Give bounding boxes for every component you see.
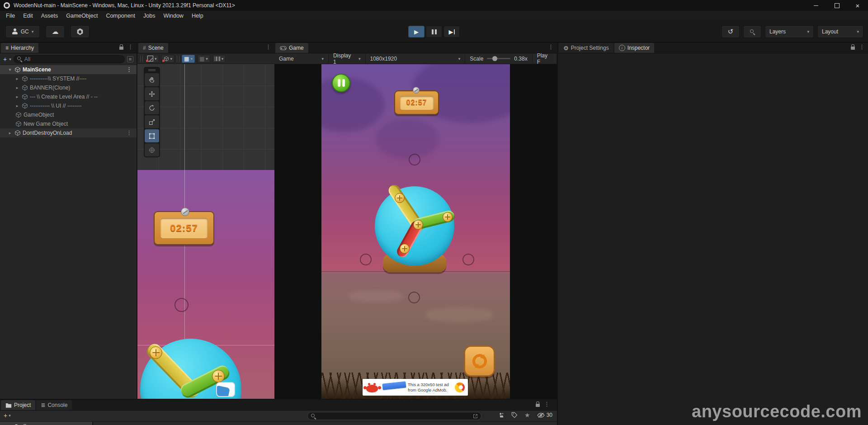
gold-screw[interactable] <box>395 193 405 203</box>
expander-icon[interactable]: ▸ <box>7 131 13 135</box>
expander-icon[interactable]: ▸ <box>14 76 20 81</box>
asset-bundle-icon[interactable] <box>498 412 505 418</box>
crab-icon <box>366 385 378 392</box>
lock-icon[interactable] <box>536 404 540 407</box>
menu-jobs[interactable]: Jobs <box>139 13 159 19</box>
expander-icon[interactable]: ▸ <box>14 85 20 90</box>
menu-assets[interactable]: Assets <box>37 13 62 19</box>
grid-snapping-button[interactable]: ▦ ▾ <box>197 55 210 63</box>
panel-menu-icon[interactable]: ⋮ <box>548 44 554 50</box>
row-menu-icon[interactable]: ⋮ <box>126 66 132 72</box>
tab-inspector[interactable]: i Inspector <box>614 43 654 53</box>
menu-edit[interactable]: Edit <box>19 13 37 19</box>
admob-test-banner[interactable]: This a 320x50 test ad from Google AdMob. <box>363 379 468 396</box>
rotate-icon <box>148 104 156 112</box>
display-dropdown[interactable]: Display 1 ▾ <box>329 53 366 64</box>
tab-console[interactable]: ≣ Console <box>36 400 72 410</box>
layout-dropdown[interactable]: Layout ▾ <box>817 25 863 38</box>
grid-visibility-button[interactable]: ▦ ▾ <box>182 55 195 63</box>
gold-screw[interactable] <box>443 212 453 222</box>
hierarchy-row-create-level-area[interactable]: ▸ --- \\ Create Level Area // - -- <box>0 92 137 101</box>
scale-slider[interactable] <box>487 58 510 59</box>
hierarchy-row-mainscene[interactable]: ▾ MainScene ⋮ <box>0 65 137 74</box>
expander-icon[interactable]: ▸ <box>14 94 20 99</box>
scale-slider-knob[interactable] <box>492 56 497 61</box>
tab-project[interactable]: Project <box>1 400 35 410</box>
unity-hub-button[interactable] <box>71 25 90 38</box>
play-focused-dropdown[interactable]: Play F <box>533 53 557 64</box>
cloud-button[interactable]: ☁ <box>46 25 65 38</box>
project-search-input[interactable] <box>307 412 481 420</box>
search-picker-icon[interactable] <box>127 56 133 62</box>
row-menu-icon[interactable]: ⋮ <box>126 130 132 136</box>
hierarchy-row-gameobject[interactable]: GameObject <box>0 110 137 119</box>
close-button[interactable]: × <box>847 0 868 11</box>
hierarchy-row-system[interactable]: ▸ ----------\\ SYSTEM //---- <box>0 74 137 83</box>
hierarchy-row-dontdestroyonload[interactable]: ▸ DontDestroyOnLoad ⋮ <box>0 128 137 137</box>
play-button[interactable]: ▶ <box>408 26 425 38</box>
move-tool-button[interactable] <box>145 87 159 100</box>
scene-viewport[interactable]: 02:57 <box>137 64 274 399</box>
view-tool-button[interactable] <box>145 73 159 86</box>
transform-tool-button[interactable] <box>145 143 159 156</box>
hierarchy-row-banner[interactable]: ▸ BANNER(Clone) <box>0 83 137 92</box>
scale-tool-button[interactable] <box>145 115 159 128</box>
panel-menu-icon[interactable]: ⋮ <box>544 401 550 407</box>
scene-toolbar: ▾ ▾ ▦ ▾ ▦ ▾ ▾ <box>137 53 274 64</box>
favorites-star-icon[interactable]: ★ <box>524 411 530 419</box>
hierarchy-row-new-game-object[interactable]: New Game Object <box>0 119 137 128</box>
expander-icon[interactable]: ▸ <box>14 104 20 108</box>
account-button[interactable]: GC ▾ <box>5 25 40 38</box>
menu-window[interactable]: Window <box>159 13 187 19</box>
game-mode-dropdown[interactable]: Game ▾ <box>274 53 329 64</box>
step-button[interactable]: ▶ <box>443 26 460 38</box>
shading-mode-button[interactable]: ▾ <box>161 55 175 63</box>
game-shuffle-button[interactable] <box>464 345 495 377</box>
layers-dropdown[interactable]: Layers ▾ <box>765 25 814 38</box>
game-toolbar: Game ▾ Display 1 ▾ 1080x1920 ▾ Scale 0.3… <box>274 53 557 64</box>
create-object-dropdown-icon[interactable]: ▾ <box>9 57 11 61</box>
menu-help[interactable]: Help <box>188 13 208 19</box>
gold-screw[interactable] <box>150 346 162 359</box>
resolution-dropdown[interactable]: 1080x1920 ▾ <box>366 53 466 64</box>
gold-screw[interactable] <box>413 220 423 230</box>
hierarchy-row-ui[interactable]: ▸ ----------- \\ UI // -------- <box>0 101 137 110</box>
tool-settings-button[interactable]: ▾ <box>212 55 226 63</box>
maximize-button[interactable] <box>826 0 847 11</box>
open-in-new-icon[interactable] <box>473 414 478 419</box>
search-icon <box>311 414 316 419</box>
game-render[interactable]: 02:57 <box>321 64 510 399</box>
sky-silhouette <box>321 78 385 132</box>
expander-icon[interactable]: ▾ <box>7 67 13 72</box>
rotate-tool-button[interactable] <box>145 101 159 114</box>
undo-history-button[interactable]: ↺ <box>722 25 740 38</box>
gold-screw[interactable] <box>212 370 225 382</box>
menu-file[interactable]: File <box>2 13 19 19</box>
grid-snap-icon: ▦ <box>199 56 204 62</box>
tab-hierarchy[interactable]: ≡ Hierarchy <box>1 43 38 53</box>
panel-menu-icon[interactable]: ⋮ <box>859 44 865 50</box>
hidden-items-counter[interactable]: 30 <box>537 412 552 418</box>
game-pause-button[interactable] <box>332 74 350 92</box>
minimize-button[interactable] <box>806 0 826 11</box>
tab-project-settings[interactable]: ⚙ Project Settings <box>559 43 613 53</box>
search-button[interactable] <box>743 25 761 38</box>
rect-tool-button[interactable] <box>145 129 159 142</box>
tab-game[interactable]: Game <box>275 43 308 53</box>
create-asset-button[interactable]: + ▾ <box>4 412 11 419</box>
panel-menu-icon[interactable]: ⋮ <box>265 44 271 50</box>
create-object-button[interactable]: + <box>3 56 7 63</box>
lock-icon[interactable] <box>119 47 123 50</box>
gold-screw[interactable] <box>400 244 410 254</box>
tab-scene[interactable]: # Scene <box>138 43 168 53</box>
menu-gameobject[interactable]: GameObject <box>62 13 102 19</box>
label-tag-icon[interactable] <box>511 412 518 418</box>
palette-drag-handle[interactable] <box>145 68 159 72</box>
hierarchy-search-input[interactable]: All <box>14 55 125 63</box>
draw-mode-button[interactable]: ▾ <box>145 55 159 63</box>
panel-menu-icon[interactable]: ⋮ <box>127 44 133 50</box>
lock-icon[interactable] <box>851 47 855 50</box>
menu-component[interactable]: Component <box>102 13 139 19</box>
pause-button[interactable] <box>426 26 442 38</box>
folder-row-scenes[interactable]: Scenes <box>0 422 92 425</box>
